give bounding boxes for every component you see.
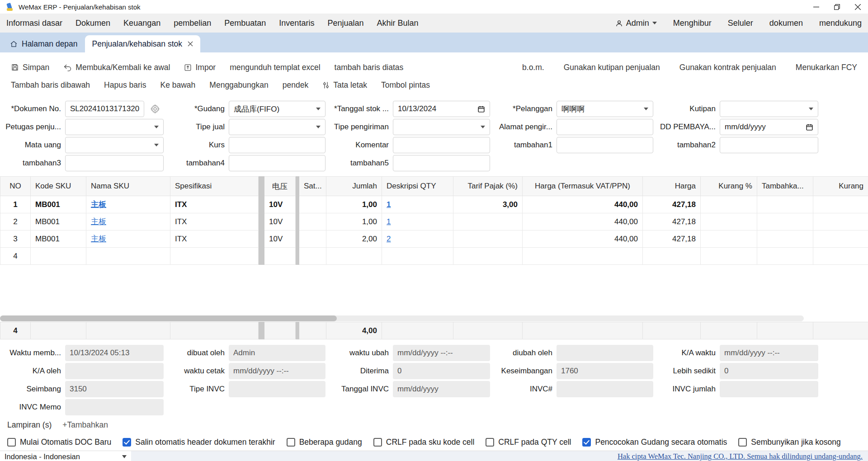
- scrollbar-thumb[interactable]: [0, 315, 337, 321]
- tanggal-stok-date-input[interactable]: 10/13/2024: [393, 101, 490, 117]
- user-menu[interactable]: Admin: [615, 19, 657, 28]
- minimize-button[interactable]: [806, 0, 826, 14]
- menu-pembelian[interactable]: pembelian: [174, 19, 211, 28]
- mata-uang-select[interactable]: [65, 137, 164, 153]
- restore-button[interactable]: [826, 0, 847, 14]
- menu-dokumen[interactable]: Dokumen: [75, 19, 110, 28]
- dokumen-no-input[interactable]: SL20241013171320: [65, 101, 144, 117]
- sku-name-link[interactable]: 主板: [91, 217, 106, 226]
- menu-penjualan[interactable]: Penjualan: [327, 19, 363, 28]
- tambahan1-input[interactable]: [557, 137, 653, 153]
- tipe-jual-select[interactable]: [229, 119, 326, 135]
- checkbox-sembunyikan-kosong[interactable]: Sembunyikan jika kosong: [738, 437, 840, 447]
- kutipan-select[interactable]: [720, 101, 818, 117]
- menu-mendukung[interactable]: mendukung: [819, 19, 862, 28]
- qty-detail-link[interactable]: 2: [387, 235, 391, 243]
- col-deskripsi-qty: Deskripsi QTY: [382, 177, 453, 196]
- column-separator: [296, 248, 299, 265]
- sku-name-link[interactable]: 主板: [91, 235, 106, 243]
- komentar-input[interactable]: [393, 137, 490, 153]
- waktu-cetak-label: waktu cetak: [164, 367, 229, 376]
- waktu-ubah-label: waktu ubah: [326, 348, 393, 358]
- checkbox-icon[interactable]: [582, 438, 591, 447]
- menu-menghibur[interactable]: Menghibur: [673, 19, 712, 28]
- checkbox-icon[interactable]: [738, 438, 747, 447]
- tambahan5-input[interactable]: [393, 155, 490, 171]
- layout-button[interactable]: Tata letak: [322, 80, 367, 90]
- add-row-above-button[interactable]: tambah baris diatas: [335, 63, 404, 72]
- checkbox-crlf-qty[interactable]: CRLF pada QTY cell: [486, 437, 571, 447]
- checkbox-icon[interactable]: [373, 438, 382, 447]
- mata-uang-label: Mata uang: [0, 141, 65, 150]
- dd-pembayaran-date-input[interactable]: mm/dd/yyyy: [720, 119, 818, 135]
- invc-jumlah-label: INVC jumlah: [653, 385, 720, 394]
- col-kode-sku: Kode SKU: [31, 177, 86, 196]
- tambahan2-input[interactable]: [720, 137, 818, 153]
- tab-home[interactable]: Halaman depan: [3, 35, 85, 52]
- import-button[interactable]: Impor: [184, 63, 216, 72]
- menu-akhir-bulan[interactable]: Akhir Bulan: [377, 19, 418, 28]
- add-attachment-button[interactable]: +Tambahkan: [62, 420, 108, 430]
- gudang-select[interactable]: 成品库(FIFO): [229, 101, 326, 117]
- qty-detail-link[interactable]: 1: [387, 217, 391, 226]
- menu-seluler[interactable]: Seluler: [728, 19, 753, 28]
- bom-button[interactable]: b.o.m.: [522, 63, 544, 72]
- kurs-input[interactable]: [229, 137, 326, 153]
- petugas-select[interactable]: [65, 119, 164, 135]
- download-template-button[interactable]: mengunduh templat excel: [230, 63, 320, 72]
- checkbox-crlf-sku[interactable]: CRLF pada sku kode cell: [373, 437, 475, 447]
- checkbox-icon[interactable]: [486, 438, 494, 447]
- tambahan4-input[interactable]: [229, 155, 326, 171]
- summary-row: 4 4,00: [0, 322, 868, 339]
- use-sales-contract-button[interactable]: Gunakan kontrak penjualan: [679, 63, 776, 72]
- keseimbangan-field: 1760: [557, 363, 653, 379]
- copyright-link[interactable]: Hak cipta WeMax Tec. Nanjing CO., LTD. S…: [618, 452, 863, 461]
- short-button[interactable]: pendek: [283, 80, 308, 90]
- menu-pembuatan[interactable]: Pembuatan: [224, 19, 266, 28]
- checkbox-beberapa-gudang[interactable]: Beberapa gudang: [287, 437, 362, 447]
- save-button[interactable]: Simpan: [11, 63, 49, 72]
- add-row-below-button[interactable]: Tambah baris dibawah: [11, 80, 90, 90]
- tambahan2-label: tambahan2: [653, 141, 720, 150]
- tab-active[interactable]: Penjualan/kehabisan stok: [85, 35, 200, 52]
- menu-inventaris[interactable]: Inventaris: [279, 19, 314, 28]
- checkbox-mulai-otomatis[interactable]: Mulai Otomatis DOC Baru: [7, 437, 111, 447]
- horizontal-scrollbar[interactable]: [0, 315, 804, 321]
- tambahan3-label: tambahan3: [0, 159, 65, 168]
- tambahan3-input[interactable]: [65, 155, 164, 171]
- person-icon: [615, 19, 623, 27]
- alamat-pengiriman-input[interactable]: [557, 119, 653, 135]
- undo-button[interactable]: Membuka/Kembali ke awal: [63, 63, 170, 72]
- checkbox-icon[interactable]: [7, 438, 16, 447]
- pelanggan-select[interactable]: 啊啊啊: [557, 101, 653, 117]
- exchange-fcy-button[interactable]: Menukarkan FCY: [796, 63, 857, 72]
- calendar-icon[interactable]: [477, 105, 485, 113]
- close-tab-icon[interactable]: [188, 41, 193, 47]
- checkbox-icon[interactable]: [287, 438, 295, 447]
- shortcut-button[interactable]: Tombol pintas: [381, 80, 430, 90]
- menu-keuangan[interactable]: Keuangan: [123, 19, 160, 28]
- tipe-pengiriman-select[interactable]: [393, 119, 490, 135]
- move-down-button[interactable]: Ke bawah: [160, 80, 196, 90]
- tipe-jual-label: Tipe jual: [164, 122, 229, 132]
- column-separator: [259, 213, 264, 230]
- merge-button[interactable]: Menggabungkan: [209, 80, 268, 90]
- checkbox-icon[interactable]: [123, 438, 131, 447]
- menu-informasi-dasar[interactable]: Informasi dasar: [6, 19, 62, 28]
- tab-home-label: Halaman depan: [22, 39, 78, 49]
- close-button[interactable]: [847, 0, 868, 14]
- attachments-label: Lampiran (s): [7, 420, 52, 430]
- kutipan-label: Kutipan: [653, 104, 720, 113]
- delete-row-button[interactable]: Hapus baris: [104, 80, 146, 90]
- qty-detail-link[interactable]: 1: [387, 200, 391, 209]
- calendar-icon[interactable]: [806, 123, 813, 131]
- col-jumlah: Jumlah: [326, 177, 382, 196]
- language-select[interactable]: Indonesia - Indonesian: [0, 451, 131, 461]
- sliders-icon: [322, 81, 330, 89]
- menu-dokumen-link[interactable]: dokumen: [769, 19, 803, 28]
- use-sales-quote-button[interactable]: Gunakan kutipan penjualan: [564, 63, 660, 72]
- gear-icon[interactable]: [150, 104, 160, 114]
- sku-name-link[interactable]: 主板: [91, 200, 106, 209]
- checkbox-pencocokan-gudang[interactable]: Pencocokan Gudang secara otomatis: [582, 437, 727, 447]
- checkbox-salin-otomatis[interactable]: Salin otomatis header dokumen terakhir: [123, 437, 275, 447]
